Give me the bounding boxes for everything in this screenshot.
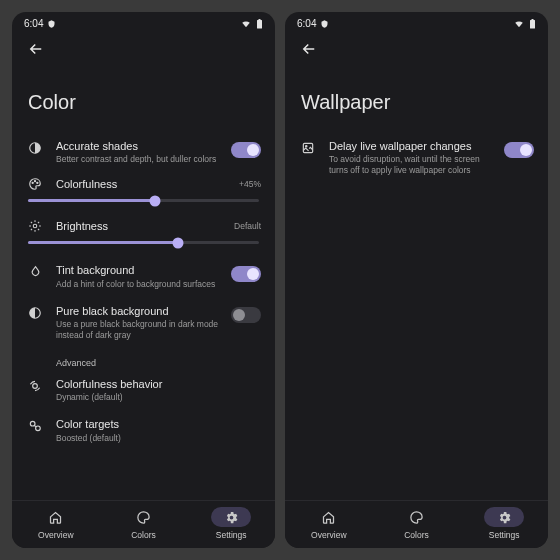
content-wallpaper: Wallpaper Delay live wallpaper changes T…	[285, 67, 548, 500]
wifi-icon	[240, 19, 252, 29]
palette-icon	[26, 177, 44, 191]
svg-point-5	[37, 183, 38, 184]
gear-icon	[224, 510, 239, 525]
tab-overview[interactable]: Overview	[285, 507, 373, 540]
advanced-label: Advanced	[56, 358, 261, 368]
tab-colors-label: Colors	[404, 530, 429, 540]
brightness-value: Default	[234, 221, 261, 231]
row-tint-background[interactable]: Tint background Add a hint of color to b…	[26, 256, 261, 296]
svg-rect-1	[259, 19, 261, 20]
behavior-title: Colorfulness behavior	[56, 377, 261, 391]
tab-settings[interactable]: Settings	[460, 507, 548, 540]
svg-rect-0	[257, 20, 262, 29]
row-brightness: Brightness Default	[26, 214, 261, 256]
wallpaper-icon	[299, 141, 317, 155]
accurate-sub: Better contrast and depth, but duller co…	[56, 154, 219, 165]
phone-left: 6:04 Color Accurate shades Be	[12, 12, 275, 548]
palette-tab-icon	[136, 510, 151, 525]
gear-icon	[497, 510, 512, 525]
bottom-nav: Overview Colors Settings	[12, 500, 275, 548]
svg-point-6	[33, 225, 37, 229]
statusbar-dnd-icon	[320, 19, 329, 29]
phone-right: 6:04 Wallpaper Delay live wallpaper c	[285, 12, 548, 548]
pureblack-sub: Use a pure black background in dark mode…	[56, 319, 219, 341]
tab-overview[interactable]: Overview	[12, 507, 100, 540]
tint-sub: Add a hint of color to background surfac…	[56, 279, 219, 290]
svg-point-9	[30, 422, 35, 427]
tab-settings-label: Settings	[489, 530, 520, 540]
svg-rect-12	[532, 19, 534, 20]
svg-point-8	[33, 384, 38, 389]
battery-icon	[256, 19, 263, 29]
palette-tab-icon	[409, 510, 424, 525]
droplet-icon	[26, 265, 44, 278]
brightness-slider[interactable]	[28, 241, 259, 244]
brightness-icon	[26, 219, 44, 233]
row-colorfulness-behavior[interactable]: Colorfulness behavior Dynamic (default)	[26, 370, 261, 410]
tab-overview-label: Overview	[311, 530, 346, 540]
delay-sub: To avoid disruption, wait until the scre…	[329, 154, 492, 176]
statusbar-dnd-icon	[47, 19, 56, 29]
colorfulness-value: +45%	[239, 179, 261, 189]
page-title: Color	[28, 91, 261, 114]
tab-colors[interactable]: Colors	[100, 507, 188, 540]
svg-point-3	[32, 183, 33, 184]
behavior-sub: Dynamic (default)	[56, 392, 261, 403]
statusbar-time: 6:04	[297, 18, 316, 29]
tab-settings-label: Settings	[216, 530, 247, 540]
home-icon	[321, 510, 336, 525]
half-circle-icon	[26, 306, 44, 320]
tab-settings[interactable]: Settings	[187, 507, 275, 540]
row-color-targets[interactable]: Color targets Boosted (default)	[26, 410, 261, 450]
battery-icon	[529, 19, 536, 29]
behavior-icon	[26, 379, 44, 393]
statusbar: 6:04	[285, 12, 548, 31]
delay-title: Delay live wallpaper changes	[329, 139, 492, 153]
pureblack-toggle[interactable]	[231, 307, 261, 323]
contrast-icon	[26, 141, 44, 155]
page-title: Wallpaper	[301, 91, 534, 114]
svg-rect-11	[530, 20, 535, 29]
bottom-nav: Overview Colors Settings	[285, 500, 548, 548]
accurate-title: Accurate shades	[56, 139, 219, 153]
pureblack-title: Pure black background	[56, 304, 219, 318]
delay-toggle[interactable]	[504, 142, 534, 158]
targets-sub: Boosted (default)	[56, 433, 261, 444]
svg-point-14	[306, 146, 307, 147]
row-pure-black[interactable]: Pure black background Use a pure black b…	[26, 297, 261, 348]
home-icon	[48, 510, 63, 525]
colorfulness-slider[interactable]	[28, 199, 259, 202]
tab-colors-label: Colors	[131, 530, 156, 540]
targets-title: Color targets	[56, 417, 261, 431]
content-color: Color Accurate shades Better contrast an…	[12, 67, 275, 500]
tab-overview-label: Overview	[38, 530, 73, 540]
row-accurate-shades[interactable]: Accurate shades Better contrast and dept…	[26, 132, 261, 172]
back-button[interactable]	[24, 37, 48, 61]
targets-icon	[26, 419, 44, 433]
brightness-title: Brightness	[56, 220, 222, 232]
statusbar-time: 6:04	[24, 18, 43, 29]
tab-colors[interactable]: Colors	[373, 507, 461, 540]
statusbar: 6:04	[12, 12, 275, 31]
svg-point-4	[34, 181, 35, 182]
appbar	[285, 31, 548, 67]
appbar	[12, 31, 275, 67]
tint-toggle[interactable]	[231, 266, 261, 282]
back-button[interactable]	[297, 37, 321, 61]
wifi-icon	[513, 19, 525, 29]
tint-title: Tint background	[56, 263, 219, 277]
row-colorfulness: Colorfulness +45%	[26, 172, 261, 214]
accurate-toggle[interactable]	[231, 142, 261, 158]
colorfulness-title: Colorfulness	[56, 178, 227, 190]
row-delay-wallpaper[interactable]: Delay live wallpaper changes To avoid di…	[299, 132, 534, 183]
